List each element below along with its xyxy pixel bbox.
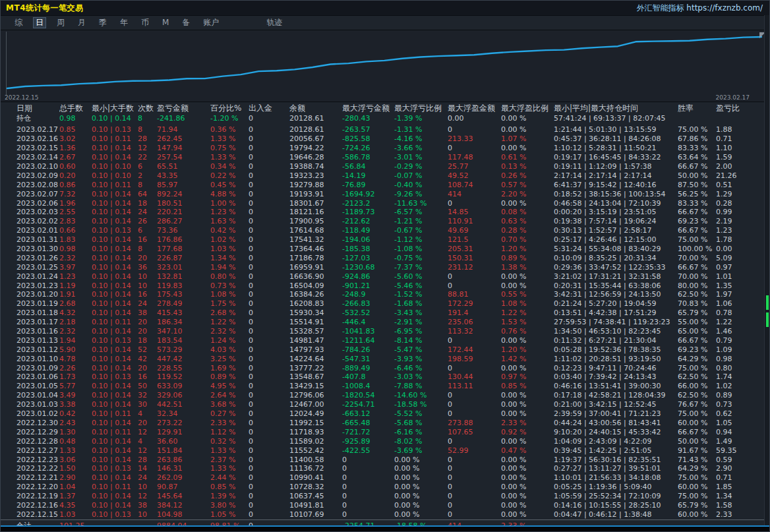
tab-币[interactable]: 币 [139,18,151,28]
cell: -118.49 [342,226,394,235]
cell: 17900.95 [289,217,342,225]
table-row[interactable]: 2023.02.032.550.10 | 0.1424220.211.23 %0… [1,208,769,217]
cell: 91.67 % [678,446,716,455]
cell: 15328.57 [289,327,342,336]
table-row[interactable]: 2022.12.201.040.10 | 0.111090.870.85 %01… [1,483,769,492]
cell: 1:05:59 | 25:52:34 | 72:10:09 [554,492,678,500]
cell: 0.00 % [394,483,448,491]
table-row[interactable]: 2023.01.253.970.10 | 0.1436323.011.94 %0… [1,262,769,272]
tab-周[interactable]: 周 [55,18,67,28]
table-row[interactable]: 2022.12.151.030.10 | 0.1310104.981.05 %0… [1,510,769,519]
table-row[interactable]: 2023.02.100.600.10 | 0.10665.510.34 %019… [1,162,769,171]
table-row[interactable]: 2023.02.080.860.10 | 0.11885.970.45 %019… [1,180,769,189]
cell: 20056.67 [289,134,342,143]
table-row[interactable]: 2022.12.164.350.10 | 0.1438384.123.80 %0… [1,501,769,510]
table-row[interactable]: 2023.01.043.490.10 | 0.1432329.062.64 %0… [1,391,769,400]
table-row[interactable]: 2023.01.241.230.10 | 0.1410132.810.80 %0… [1,272,769,281]
table-row[interactable]: 2023.02.022.830.10 | 0.1426286.271.63 %0… [1,217,769,226]
tab-月[interactable]: 月 [76,18,88,28]
table-row[interactable]: 2023.01.192.680.10 | 0.1424278.491.75 %0… [1,299,769,309]
cell: 4.95 % [210,382,249,390]
table-row[interactable]: 2023.01.162.320.10 | 0.1420347.102.32 %0… [1,327,769,336]
table-row[interactable]: 2022.12.302.430.10 | 0.1420273.222.33 %0… [1,419,769,428]
table-row[interactable]: 2023.01.131.940.10 | 0.1318183.541.24 %0… [1,336,769,345]
table-row[interactable]: 2023.01.020.420.10 | 0.11432.340.27 %012… [1,409,769,419]
table-row[interactable]: 2023.02.142.670.10 | 0.1422257.541.33 %0… [1,153,769,162]
brand-link[interactable]: 外汇智能指标 https://fxznzb.com/ [637,3,763,14]
cell: -1.68 % [394,299,448,308]
cell: 0.85 % [210,483,249,491]
cell: 104.98 [157,510,210,519]
table-row[interactable]: 2023.01.104.780.10 | 0.1442447.423.25 %0… [1,354,769,363]
table-row[interactable]: 2023.02.090.200.10 | 0.10243.350.22 %019… [1,171,769,180]
vertical-scrollbar[interactable] [764,15,769,527]
cell: 107.65 [448,428,501,436]
table-row[interactable]: 2022.12.212.900.10 | 0.1424262.092.44 %0… [1,473,769,483]
table-row[interactable]: 2022.12.221.500.10 | 0.1314146.311.33 %0… [1,464,769,473]
table-row[interactable]: 2023.02.061.960.10 | 0.1418180.511.00 %0… [1,198,769,208]
cell: 0:19:17 | 16:45:45 | 84:33:22 [554,153,678,162]
table-row[interactable]: 2022.12.191.370.10 | 0.1412145.641.39 %0… [1,492,769,501]
cell: 1.46 [716,327,757,336]
cell: 3.06 [59,456,92,464]
equity-curve [1,33,764,96]
table-row[interactable]: 2023.02.077.320.10 | 0.1464892.244.88 %0… [1,189,769,198]
cell: 146.31 [157,464,210,473]
table-row[interactable]: 2023.01.262.320.10 | 0.1420226.871.34 %0… [1,253,769,262]
brand-url[interactable]: https://fxznzb.com/ [686,3,763,13]
cell: 0.10 | 0.14 [92,473,138,482]
cell: 1.05 % [210,510,249,519]
cell: -14.60 % [394,391,448,399]
cell: 6:41:37 | 9:15:42 | 12:40:16 [554,181,678,189]
tab-年[interactable]: 年 [118,18,130,28]
cell: 0.00 % [394,456,448,464]
table-row[interactable]: 2022.12.291.300.10 | 0.1112129.911.12 %0… [1,427,769,436]
open-position-row[interactable]: 持仓0.980.10 | 0.148-241.86-1.20 %020128.6… [1,113,769,123]
column-header: 出入金 [249,103,289,114]
cell: 0 [342,483,394,491]
cell: 0.10 | 0.14 [92,419,138,427]
cell: 0:21:00 | 3:42:15 | 12:52:45 [554,400,678,409]
cell: 0 [249,473,289,482]
table-row[interactable]: 2023.02.151.360.10 | 0.1412147.940.75 %0… [1,144,769,153]
cell: 2023.02.14 [16,153,59,162]
cell: 0.76 % [501,327,554,336]
table-row[interactable]: 2023.01.092.260.10 | 0.1420228.551.69 %0… [1,363,769,372]
cell: 2.90 [716,464,757,473]
table-row[interactable]: 2023.02.163.020.10 | 0.1128262.451.33 %0… [1,134,769,144]
cell: 1.37 [59,492,92,500]
cell: 2.67 [59,153,92,162]
table-row[interactable]: 2023.02.170.850.10 | 0.13871.940.36 %020… [1,125,769,134]
scrollbar-mark[interactable] [766,295,769,310]
cell: 1.09 [716,345,757,354]
table-row[interactable]: 2023.01.055.770.10 | 0.1450633.094.95 %0… [1,382,769,391]
cell: 0.08 % [501,208,554,216]
table-row[interactable]: 2023.01.061.730.10 | 0.1316119.520.89 %0… [1,372,769,382]
cell: 113.32 [448,327,501,336]
table-row[interactable]: 2023.01.033.380.10 | 0.1430442.513.68 %0… [1,400,769,409]
tab-账户[interactable]: 账户 [201,18,221,28]
tab-trail[interactable]: 轨迹 [264,18,284,28]
cell: 0.10 | 0.13 [92,226,138,235]
tab-M[interactable]: M [160,18,171,28]
table-row[interactable]: 2023.01.311.830.10 | 0.1416176.861.02 %0… [1,235,769,245]
tab-综[interactable]: 综 [13,18,24,28]
cell: 1.74 [716,372,757,381]
tab-季[interactable]: 季 [97,18,109,28]
table-row[interactable]: 2022.12.280.480.10 | 0.14436.600.32 %011… [1,436,769,446]
table-row[interactable]: 2023.02.010.660.10 | 0.13673.360.42 %017… [1,226,769,235]
tab-日[interactable]: 日 [34,18,45,28]
table-row[interactable]: 2023.01.201.910.10 | 0.1416175.431.08 %0… [1,290,769,299]
scrollbar-mark[interactable] [766,312,769,327]
tab-备[interactable]: 备 [180,18,192,28]
table-row[interactable]: 2022.12.233.060.10 | 0.1428263.862.37 %0… [1,455,769,464]
table-row[interactable]: 2022.12.271.330.10 | 0.1412151.841.33 %0… [1,446,769,455]
cell: 0.89 [716,391,757,399]
table-row[interactable]: 2023.01.184.320.10 | 0.1438415.432.68 %0… [1,309,769,318]
table-row[interactable]: 2023.01.300.980.10 | 0.148177.681.03 %01… [1,245,769,254]
table-row[interactable]: 2023.01.231.190.10 | 0.1410119.830.73 %0… [1,281,769,290]
cell: 0 [448,464,501,473]
table-row[interactable]: 2023.01.125.900.10 | 0.1452573.294.03 %0… [1,345,769,354]
table-row[interactable]: 2023.01.172.180.10 | 0.1120186.341.22 %0… [1,318,769,327]
cell: 0.10 | 0.13 [92,372,138,381]
